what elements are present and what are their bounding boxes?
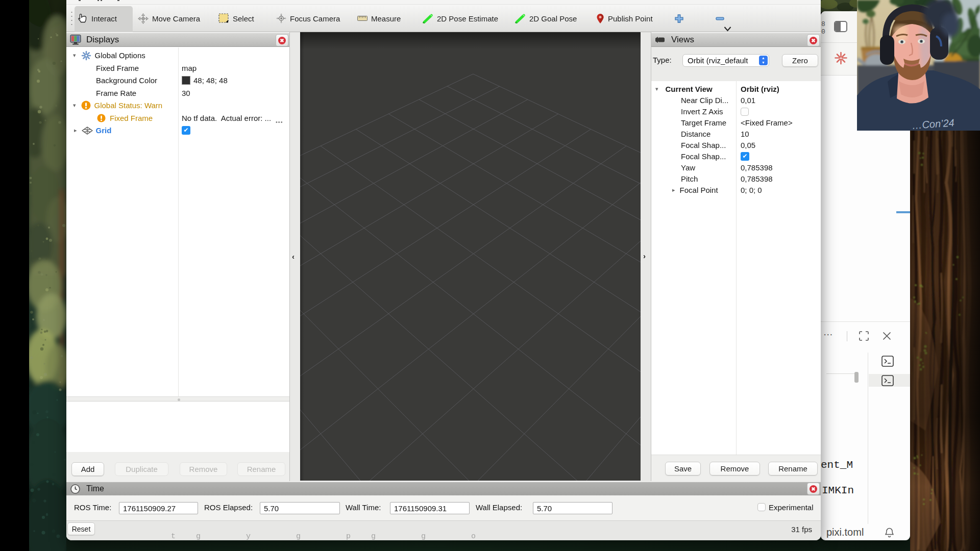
- svg-text:…Con’24: …Con’24: [912, 117, 955, 131]
